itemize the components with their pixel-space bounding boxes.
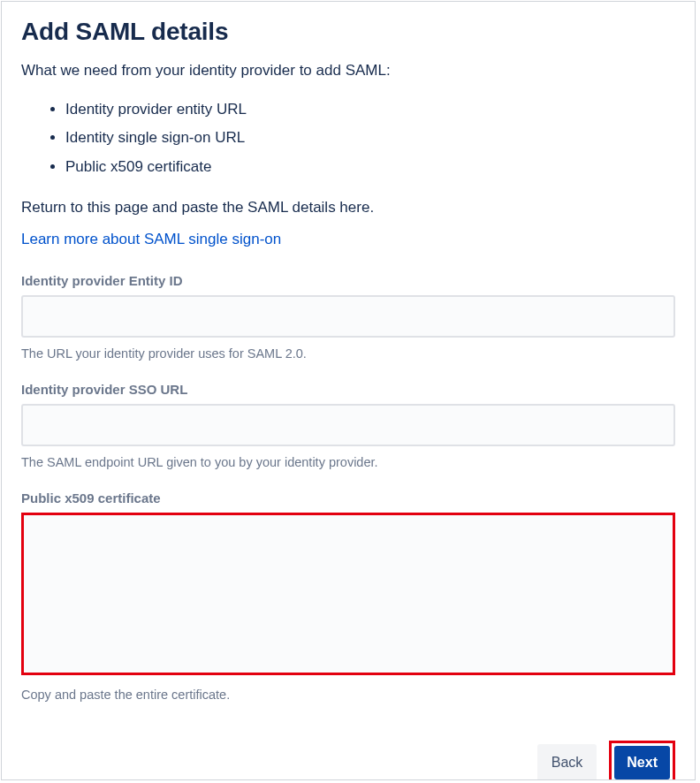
return-instruction: Return to this page and paste the SAML d… (21, 199, 675, 217)
requirements-list: Identity provider entity URL Identity si… (65, 95, 675, 181)
entity-id-help: The URL your identity provider uses for … (21, 346, 675, 361)
saml-details-panel: Add SAML details What we need from your … (1, 1, 696, 780)
entity-id-group: Identity provider Entity ID The URL your… (21, 273, 675, 361)
next-button[interactable]: Next (614, 746, 670, 779)
sso-url-label: Identity provider SSO URL (21, 382, 675, 397)
list-item: Identity single sign-on URL (65, 124, 675, 152)
intro-text: What we need from your identity provider… (21, 62, 675, 80)
certificate-group: Public x509 certificate Copy and paste t… (21, 490, 675, 702)
sso-url-group: Identity provider SSO URL The SAML endpo… (21, 382, 675, 469)
certificate-input[interactable] (21, 513, 675, 675)
next-button-highlight: Next (609, 741, 675, 779)
certificate-help: Copy and paste the entire certificate. (21, 688, 675, 702)
list-item: Identity provider entity URL (65, 95, 675, 124)
footer-buttons: Back Next (537, 741, 675, 779)
certificate-label: Public x509 certificate (21, 490, 675, 506)
page-title: Add SAML details (21, 18, 675, 46)
sso-url-input[interactable] (21, 404, 675, 446)
sso-url-help: The SAML endpoint URL given to you by yo… (21, 455, 675, 469)
entity-id-label: Identity provider Entity ID (21, 273, 675, 288)
list-item: Public x509 certificate (65, 153, 675, 181)
learn-more-link[interactable]: Learn more about SAML single sign-on (21, 231, 281, 248)
back-button[interactable]: Back (537, 744, 597, 779)
entity-id-input[interactable] (21, 295, 675, 338)
